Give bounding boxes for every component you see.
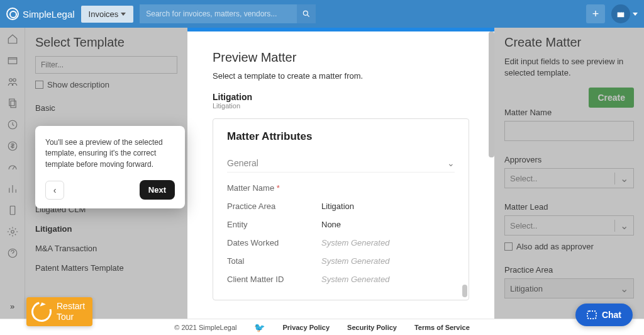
template-section-name: Litigation	[213, 92, 469, 102]
approvers-label: Approvers	[504, 155, 634, 164]
practice-area-label: Practice Area	[504, 265, 634, 275]
search-context-dropdown[interactable]: Invoices	[81, 6, 134, 23]
attribute-row: TotalSystem Generated	[227, 252, 455, 270]
attribute-value: None	[321, 220, 341, 229]
svg-point-3	[9, 79, 12, 82]
template-item[interactable]: Basic	[35, 98, 177, 118]
also-add-approver-checkbox[interactable]: Also add as approver	[504, 242, 634, 251]
home-icon[interactable]	[6, 33, 19, 45]
tour-popover: You'll see a preview of the selected tem…	[35, 126, 185, 208]
tour-back-button[interactable]: ‹	[45, 181, 64, 200]
search-input[interactable]	[140, 4, 297, 23]
dollar-icon[interactable]	[6, 140, 19, 152]
attribute-row: Matter Name *	[227, 179, 455, 197]
scrollbar[interactable]	[489, 31, 494, 157]
template-filter-input[interactable]	[35, 56, 177, 74]
refresh-icon	[28, 298, 55, 326]
gear-icon[interactable]	[6, 225, 19, 238]
also-add-label: Also add as approver	[516, 242, 594, 251]
footer-link-privacy[interactable]: Privacy Policy	[282, 324, 330, 331]
attribute-row: Dates WorkedSystem Generated	[227, 234, 455, 252]
search-wrapper	[140, 4, 316, 23]
matter-name-label: Matter Name	[504, 108, 634, 117]
attribute-label: Client Matter ID	[227, 275, 321, 284]
clock-icon[interactable]	[6, 118, 19, 131]
matter-attributes-title: Matter Attributes	[227, 130, 455, 143]
expand-nav-icon[interactable]: »	[6, 300, 19, 312]
create-matter-title: Create Matter	[504, 35, 634, 50]
matter-lead-label: Matter Lead	[504, 202, 634, 212]
template-section-sub: Litigation	[213, 102, 469, 110]
tour-text: You'll see a preview of the selected tem…	[45, 137, 175, 170]
template-item[interactable]: Litigation	[35, 219, 177, 239]
matter-lead-select[interactable]: Select.. ⌄	[504, 215, 634, 236]
copy-icon[interactable]	[6, 97, 19, 110]
attribute-label: Practice Area	[227, 202, 321, 211]
chevron-down-icon	[121, 13, 126, 16]
footer-link-security[interactable]: Security Policy	[347, 324, 397, 331]
chat-label: Chat	[602, 310, 621, 320]
chevron-down-icon: ⌄	[447, 158, 455, 168]
attribute-row: Client Matter IDSystem Generated	[227, 270, 455, 288]
attribute-value: System Generated	[321, 238, 389, 247]
attribute-label: Entity	[227, 220, 321, 229]
attribute-value: Litigation	[321, 202, 354, 211]
scrollbar[interactable]	[462, 285, 467, 297]
template-item[interactable]: M&A Transaction	[35, 239, 177, 258]
brand-name: SimpleLegal	[23, 9, 75, 20]
create-matter-panel: Create Matter Edit input fields to see p…	[494, 28, 644, 319]
footer-link-terms[interactable]: Terms of Service	[414, 324, 470, 331]
show-description-checkbox[interactable]: Show description	[35, 80, 177, 89]
svg-rect-9	[10, 206, 15, 215]
attribute-value: System Generated	[321, 256, 389, 266]
user-avatar[interactable]	[611, 4, 630, 23]
checkbox-icon	[35, 81, 43, 89]
select-template-title: Select Template	[35, 35, 177, 50]
search-button[interactable]	[297, 4, 316, 23]
twitter-icon[interactable]: 🐦	[254, 322, 265, 332]
matter-lead-value: Select..	[505, 221, 614, 230]
matter-name-input[interactable]	[504, 121, 634, 141]
restart-tour-line2: Tour	[57, 312, 85, 322]
people-icon[interactable]	[6, 76, 19, 88]
create-matter-subtitle: Edit input fields to see preview in sele…	[504, 56, 634, 79]
svg-point-10	[11, 230, 14, 234]
help-icon[interactable]	[6, 247, 19, 259]
footer-copyright: © 2021 SimpleLegal	[174, 324, 236, 331]
chart-icon[interactable]	[6, 183, 19, 195]
castle-icon	[616, 9, 626, 19]
checkbox-icon	[504, 242, 513, 251]
search-icon	[302, 9, 311, 18]
add-button[interactable]: +	[586, 4, 605, 23]
practice-area-select[interactable]: Litigation ⌄	[504, 278, 634, 298]
attribute-label: Dates Worked	[227, 238, 321, 247]
topbar-right: +	[586, 4, 638, 23]
chevron-down-icon: ⌄	[614, 173, 633, 185]
gauge-icon[interactable]	[6, 161, 19, 174]
chat-button[interactable]: Chat	[575, 304, 633, 326]
approvers-select[interactable]: Select.. ⌄	[504, 168, 634, 188]
svg-rect-2	[8, 58, 17, 64]
preview-matter-panel: Preview Matter Select a template to crea…	[187, 28, 494, 319]
chevron-down-icon: ⌄	[614, 220, 633, 232]
tour-next-button[interactable]: Next	[140, 180, 175, 200]
svg-point-4	[13, 79, 16, 82]
svg-rect-6	[11, 101, 16, 108]
template-item[interactable]: Patent Matters Template	[35, 258, 177, 278]
folder-icon[interactable]	[6, 54, 19, 67]
chat-icon	[587, 310, 597, 319]
dropdown-label: Invoices	[89, 9, 119, 19]
preview-matter-title: Preview Matter	[213, 50, 469, 65]
brand-logo[interactable]: SimpleLegal	[6, 8, 75, 20]
footer: © 2021 SimpleLegal 🐦 Privacy Policy Secu…	[0, 319, 644, 335]
create-button[interactable]: Create	[589, 88, 634, 108]
attribute-label: Matter Name *	[227, 183, 321, 193]
device-icon[interactable]	[6, 204, 19, 217]
general-section-toggle[interactable]: General ⌄	[227, 154, 455, 173]
attribute-list: Matter Name *Practice AreaLitigationEnti…	[227, 179, 455, 288]
attribute-row: Practice AreaLitigation	[227, 197, 455, 215]
chevron-down-icon[interactable]	[633, 13, 638, 16]
approvers-value: Select..	[505, 174, 614, 183]
restart-tour-button[interactable]: Restart Tour	[26, 297, 92, 326]
restart-tour-line1: Restart	[57, 301, 85, 312]
